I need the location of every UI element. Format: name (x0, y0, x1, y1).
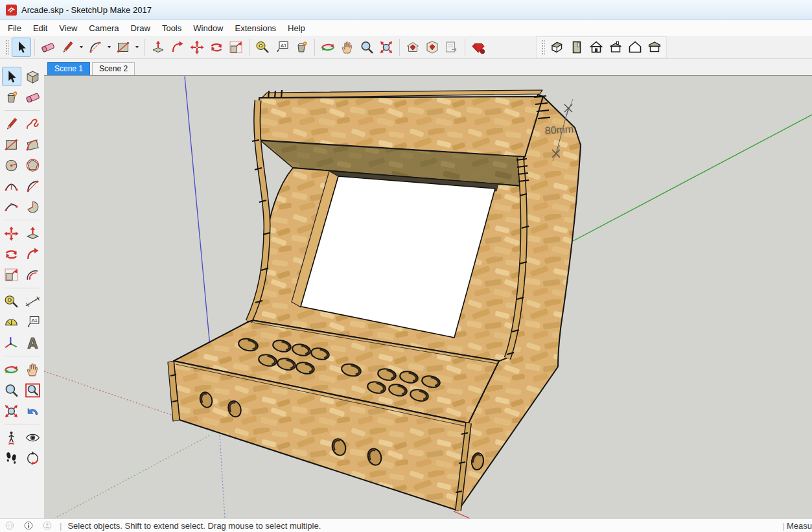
arc-palette-button[interactable] (23, 176, 43, 196)
zoom-extents-tool-button[interactable] (377, 38, 396, 57)
make-component-palette-button[interactable] (23, 67, 43, 86)
arc-dropdown-button[interactable] (105, 38, 113, 57)
previous-palette-button[interactable] (23, 401, 43, 421)
paint-bucket-tool-button[interactable] (292, 38, 311, 57)
protractor-palette-button[interactable] (2, 312, 21, 332)
toolbar-grip[interactable] (5, 40, 9, 55)
position-camera-palette-button[interactable] (2, 428, 21, 447)
eraser-tool-button[interactable] (38, 38, 58, 57)
rectangle-icon (3, 137, 19, 153)
arc-3pt-palette-button[interactable] (2, 197, 21, 216)
scene-tab-scene-1[interactable]: Scene 1 (47, 62, 90, 75)
zoom-extents-palette-button[interactable] (2, 401, 21, 421)
view-iso-button[interactable] (548, 38, 567, 57)
arc-2pt-palette-button[interactable] (2, 176, 21, 196)
turn-around-palette-button[interactable] (23, 448, 43, 468)
rectangle-dropdown-button[interactable] (133, 38, 141, 57)
views-group (548, 38, 664, 57)
3d-warehouse-tool-button[interactable] (403, 38, 423, 57)
credits-button[interactable] (22, 520, 35, 531)
circle-palette-button[interactable] (2, 156, 21, 175)
3d-text-palette-button[interactable] (23, 333, 43, 353)
sign-in-button[interactable] (41, 520, 54, 531)
polygon-palette-button[interactable] (23, 156, 43, 175)
zoom-window-palette-button[interactable] (23, 380, 43, 400)
tape-measure-palette-button[interactable] (2, 292, 21, 311)
rectangle-palette-button[interactable] (2, 135, 21, 154)
select-palette-button[interactable] (2, 67, 21, 86)
text-tool-button[interactable] (272, 38, 292, 57)
paint-bucket-palette-button[interactable] (2, 87, 21, 107)
menu-item-help[interactable]: Help (282, 21, 311, 35)
sketchup-logo-icon (6, 5, 17, 16)
view-right-button[interactable] (606, 38, 625, 57)
position-camera-icon (3, 430, 19, 446)
text-palette-button[interactable] (23, 312, 43, 332)
menu-item-tools[interactable]: Tools (156, 21, 187, 35)
dimension-icon (25, 294, 41, 310)
orbit-palette-button[interactable] (2, 360, 21, 379)
caret-icon (106, 44, 112, 50)
follow-me-palette-button[interactable] (23, 244, 43, 264)
move-palette-button[interactable] (2, 224, 21, 243)
menu-item-draw[interactable]: Draw (125, 21, 156, 35)
geolocation-button[interactable] (3, 520, 16, 531)
pie-palette-button[interactable] (23, 197, 43, 216)
axes-palette-button[interactable] (2, 333, 21, 353)
view-back-icon (627, 40, 643, 55)
move-tool-button[interactable] (187, 38, 207, 57)
3d-warehouse-icon (405, 40, 421, 55)
view-left-button[interactable] (645, 38, 664, 57)
menu-item-edit[interactable]: Edit (27, 21, 53, 35)
menu-item-file[interactable]: File (2, 21, 27, 35)
line-palette-button[interactable] (2, 114, 21, 133)
palette-divider (5, 288, 40, 288)
dimension-palette-button[interactable] (23, 292, 43, 311)
previous-icon (25, 403, 41, 419)
menu-item-camera[interactable]: Camera (83, 21, 124, 35)
share-model-tool-button[interactable] (442, 38, 461, 57)
rectangle-tool-button[interactable] (113, 38, 133, 57)
zoom-palette-button[interactable] (2, 380, 21, 400)
palette-row (0, 428, 44, 447)
menu-item-window[interactable]: Window (187, 21, 229, 35)
window-title: Arcade.skp - SketchUp Make 2017 (21, 5, 152, 15)
tape-measure-tool-button[interactable] (253, 38, 272, 57)
scale-tool-button[interactable] (226, 38, 246, 57)
select-tool-button[interactable] (12, 38, 31, 57)
push-pull-tool-button[interactable] (148, 38, 168, 57)
select-icon (14, 40, 29, 55)
scene-tab-scene-2[interactable]: Scene 2 (92, 62, 135, 75)
look-around-palette-button[interactable] (23, 428, 43, 447)
rotate-palette-button[interactable] (2, 244, 21, 264)
viewport-3d[interactable]: 80mm (44, 76, 812, 518)
scale-palette-button[interactable] (2, 265, 21, 284)
view-back-button[interactable] (625, 38, 645, 57)
rotate-tool-button[interactable] (207, 38, 226, 57)
zoom-tool-button[interactable] (357, 38, 377, 57)
push-pull-palette-button[interactable] (23, 224, 43, 243)
freehand-palette-button[interactable] (23, 114, 43, 133)
line-dropdown-button[interactable] (77, 38, 86, 57)
extension-warehouse-tool-button[interactable] (423, 38, 442, 57)
orbit-tool-button[interactable] (318, 38, 338, 57)
toolbar-separator (399, 39, 400, 56)
eraser-palette-button[interactable] (23, 87, 43, 107)
walk-palette-button[interactable] (2, 448, 21, 468)
rotated-rectangle-palette-button[interactable] (23, 135, 43, 154)
rotate-icon (209, 40, 224, 55)
palette-row (0, 176, 44, 196)
menu-item-extensions[interactable]: Extensions (229, 21, 283, 35)
pan-tool-button[interactable] (338, 38, 357, 57)
arc-tool-button[interactable] (86, 38, 105, 57)
view-top-button[interactable] (567, 38, 586, 57)
view-front-button[interactable] (586, 38, 606, 57)
follow-me-tool-button[interactable] (168, 38, 187, 57)
scene-tabs-bar: Scene 1Scene 2 (44, 59, 812, 76)
pan-palette-button[interactable] (23, 360, 43, 379)
offset-palette-button[interactable] (23, 265, 43, 284)
ruby-console-tool-button[interactable] (469, 38, 488, 57)
line-tool-button[interactable] (58, 38, 77, 57)
views-toolbar-grip[interactable] (541, 40, 545, 55)
menu-item-view[interactable]: View (53, 21, 83, 35)
